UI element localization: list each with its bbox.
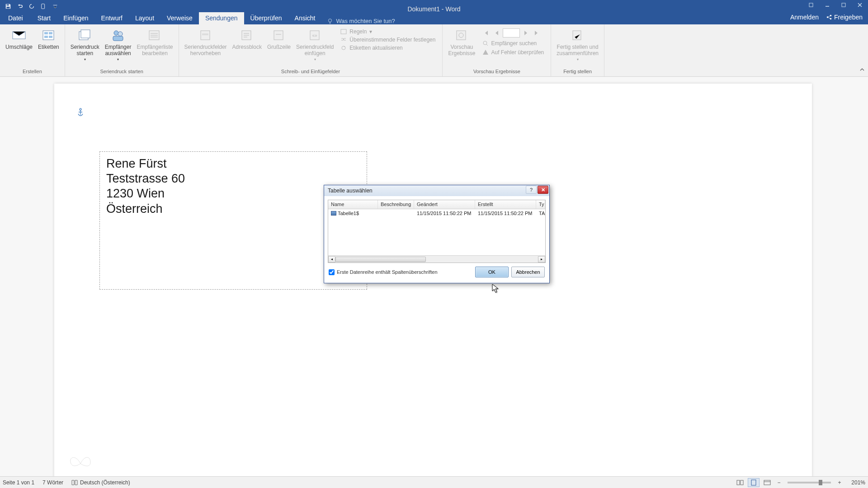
zoom-in-button[interactable]: +: [835, 479, 844, 487]
checkbox-label: Erste Datenreihe enthält Spaltenüberschr…: [337, 269, 438, 275]
qat-more-icon[interactable]: [51, 2, 60, 11]
zoom-level[interactable]: 201%: [845, 479, 865, 486]
cancel-button[interactable]: Abbrechen: [511, 267, 545, 277]
scroll-left-icon[interactable]: ◂: [328, 256, 335, 263]
envelopes-button[interactable]: Umschläge: [3, 26, 35, 68]
col-created[interactable]: Erstellt: [475, 200, 536, 209]
tell-me-search[interactable]: Was möchten Sie tun?: [327, 18, 395, 24]
ok-button[interactable]: OK: [475, 267, 509, 277]
save-icon[interactable]: [4, 2, 13, 11]
tab-file[interactable]: Datei: [0, 12, 31, 24]
labels-button[interactable]: Etiketten: [35, 26, 62, 68]
scroll-thumb[interactable]: [335, 257, 426, 262]
svg-point-8: [830, 18, 832, 20]
horizontal-scrollbar[interactable]: ◂ ▸: [328, 255, 545, 263]
share-button[interactable]: Freigeben: [826, 14, 863, 21]
row-desc: [378, 213, 414, 214]
svg-rect-17: [81, 30, 90, 38]
scroll-track[interactable]: [335, 256, 538, 263]
col-modified[interactable]: Geändert: [414, 200, 475, 209]
table-row[interactable]: Tabelle1$ 11/15/2015 11:50:22 PM 11/15/2…: [328, 209, 545, 217]
dialog-help-button[interactable]: ?: [526, 186, 537, 194]
col-description[interactable]: Beschreibung: [378, 200, 414, 209]
svg-point-33: [80, 108, 81, 110]
tell-me-placeholder: Was möchten Sie tun?: [336, 18, 395, 24]
record-navigator: [481, 28, 546, 38]
svg-rect-0: [7, 5, 9, 6]
checkbox-input[interactable]: [329, 269, 335, 275]
svg-rect-3: [809, 3, 813, 7]
book-icon: [71, 480, 78, 485]
merge-field-icon: «»: [307, 27, 323, 43]
svg-point-7: [830, 15, 832, 17]
tab-insert[interactable]: Einfügen: [57, 12, 94, 24]
svg-rect-14: [44, 36, 48, 38]
col-name[interactable]: Name: [328, 200, 378, 209]
label-icon: [40, 27, 57, 43]
greeting-line-button: Grußzeile: [264, 26, 293, 68]
maximize-icon[interactable]: [835, 0, 852, 10]
tab-layout[interactable]: Layout: [129, 12, 160, 24]
address-icon: [239, 27, 255, 43]
window-controls: [803, 0, 868, 10]
record-number-input: [503, 28, 520, 38]
web-layout-icon[interactable]: [761, 478, 773, 487]
svg-text:«»: «»: [312, 33, 317, 38]
tab-references[interactable]: Verweise: [160, 12, 199, 24]
touch-mode-icon[interactable]: [39, 2, 48, 11]
group-finish: Fertig stellen und zusammenführen ▾ Fert…: [551, 24, 604, 76]
tab-start[interactable]: Start: [31, 12, 57, 24]
group-start-merge: Seriendruck starten ▾ Empfänger auswähle…: [65, 24, 179, 76]
undo-icon[interactable]: [15, 2, 24, 11]
group-create: Umschläge Etiketten Erstellen: [0, 24, 65, 76]
col-type[interactable]: Ty: [536, 200, 545, 209]
minimize-icon[interactable]: [819, 0, 835, 10]
update-labels-button: Etiketten aktualisieren: [339, 44, 437, 52]
read-mode-icon[interactable]: [734, 478, 746, 487]
zoom-out-button[interactable]: −: [775, 479, 783, 487]
select-recipients-button[interactable]: Empfänger auswählen ▾: [102, 26, 134, 68]
svg-rect-35: [741, 480, 743, 485]
svg-rect-12: [44, 32, 48, 34]
dialog-titlebar[interactable]: Tabelle auswählen ? ✕: [324, 185, 549, 196]
match-fields-button: Übereinstimmende Felder festlegen: [339, 36, 437, 43]
tab-design[interactable]: Entwurf: [95, 12, 129, 24]
table-list[interactable]: Name Beschreibung Geändert Erstellt Ty T…: [328, 200, 546, 263]
rules-button: Regeln ▾: [339, 28, 437, 35]
highlight-icon: [198, 27, 214, 43]
close-icon[interactable]: [852, 0, 868, 10]
collapse-ribbon-icon[interactable]: [859, 66, 865, 75]
svg-point-6: [827, 16, 829, 18]
print-layout-icon[interactable]: [748, 478, 760, 487]
start-mail-merge-button[interactable]: Seriendruck starten ▾: [68, 26, 102, 68]
tab-mailings[interactable]: Sendungen: [199, 12, 244, 24]
find-recipient-button: Empfänger suchen: [481, 40, 546, 47]
word-count[interactable]: 7 Wörter: [42, 479, 63, 486]
ribbon: Umschläge Etiketten Erstellen Seriendruc…: [0, 24, 868, 77]
first-row-headers-checkbox[interactable]: Erste Datenreihe enthält Spaltenüberschr…: [329, 269, 438, 275]
check-errors-button: Auf Fehler überprüfen: [481, 49, 546, 56]
quick-access-toolbar: [0, 0, 63, 13]
scroll-right-icon[interactable]: ▸: [538, 256, 545, 263]
svg-point-19: [118, 32, 123, 36]
list-header: Name Beschreibung Geändert Erstellt Ty: [328, 200, 545, 209]
row-created: 11/15/2015 11:50:22 PM: [475, 210, 536, 216]
page-indicator[interactable]: Seite 1 von 1: [3, 479, 34, 486]
svg-rect-25: [274, 31, 283, 40]
dialog-close-button[interactable]: ✕: [538, 186, 548, 194]
language-indicator[interactable]: Deutsch (Österreich): [71, 479, 130, 486]
tab-view[interactable]: Ansicht: [288, 12, 322, 24]
group-label-start: Seriendruck starten: [68, 68, 176, 75]
row-type: TA: [536, 210, 545, 216]
sign-in-link[interactable]: Anmelden: [790, 14, 819, 21]
doc-line: Österreich: [106, 202, 360, 216]
chevron-down-icon: ▾: [84, 57, 86, 61]
highlight-fields-button: Seriendruckfelder hervorheben: [182, 26, 230, 68]
row-name: Tabelle1$: [338, 211, 359, 216]
tab-review[interactable]: Überprüfen: [244, 12, 288, 24]
zoom-slider[interactable]: [788, 482, 831, 483]
redo-icon[interactable]: [27, 2, 36, 11]
ribbon-display-options-icon[interactable]: [803, 0, 819, 10]
group-preview: Vorschau Ergebnisse Empfänger suchen Auf…: [443, 24, 551, 76]
zoom-thumb[interactable]: [819, 480, 822, 485]
